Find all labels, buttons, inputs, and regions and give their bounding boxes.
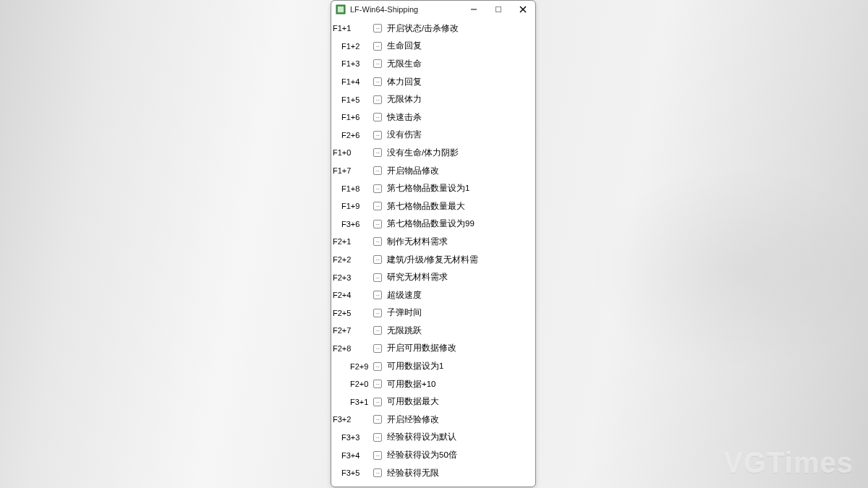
cheat-row: F3+1可用数据最大 (331, 393, 535, 411)
hotkey-label: F3+1 (331, 398, 373, 406)
cheat-row: F2+7无限跳跃 (331, 322, 535, 340)
hotkey-label: F3+6 (331, 220, 373, 228)
cheat-row: F3+5经验获得无限 (331, 464, 535, 482)
cheat-label: 可用数据最大 (384, 396, 439, 407)
cheat-label: 没有伤害 (384, 129, 422, 140)
toggle-checkbox[interactable] (373, 131, 382, 140)
toggle-checkbox[interactable] (373, 148, 382, 157)
hotkey-label: F2+0 (331, 380, 373, 388)
toggle-checkbox[interactable] (373, 433, 382, 442)
cheat-label: 体力回复 (384, 77, 422, 87)
toggle-checkbox[interactable] (373, 220, 382, 228)
cheat-row: F2+3研究无材料需求 (331, 268, 535, 286)
titlebar[interactable]: LF-Win64-Shipping (331, 1, 535, 18)
close-button[interactable] (511, 1, 535, 18)
svg-rect-3 (496, 7, 501, 12)
toggle-checkbox[interactable] (373, 113, 382, 121)
minimize-button[interactable] (461, 1, 486, 18)
toggle-checkbox[interactable] (373, 255, 382, 264)
cheat-row: F3+4经验获得设为50倍 (331, 446, 535, 464)
cheat-label: 可用数据+10 (384, 379, 436, 390)
trainer-window: LF-Win64-Shipping F1+1开启状态/击杀修改F1+2生命回复F… (331, 0, 536, 487)
cheat-label: 无限跳跃 (384, 325, 422, 336)
toggle-checkbox[interactable] (373, 184, 382, 193)
cheat-list: F1+1开启状态/击杀修改F1+2生命回复F1+3无限生命F1+4体力回复F1+… (331, 18, 535, 487)
cheat-label: 无限体力 (384, 94, 422, 105)
cheat-label: 生命回复 (384, 40, 422, 51)
cheat-row: F1+0没有生命/体力阴影 (331, 144, 535, 162)
hotkey-label: F1+8 (331, 184, 373, 193)
toggle-checkbox[interactable] (373, 291, 382, 299)
window-title: LF-Win64-Shipping (350, 5, 461, 14)
hotkey-label: F2+2 (331, 255, 373, 264)
cheat-label: 第七格物品数量设为99 (384, 218, 475, 229)
hotkey-label: F1+6 (331, 113, 373, 121)
toggle-checkbox[interactable] (373, 59, 382, 68)
app-icon (336, 4, 346, 14)
hotkey-label: F2+3 (331, 273, 373, 282)
cheat-label: 制作无材料需求 (384, 236, 448, 247)
cheat-row: F2+8开启可用数据修改 (331, 340, 535, 358)
cheat-row: F2+9可用数据设为1 (331, 357, 535, 375)
toggle-checkbox[interactable] (373, 24, 382, 33)
cheat-row: F1+5无限体力 (331, 90, 535, 108)
cheat-row: F1+3无限生命 (331, 55, 535, 73)
cheat-label: 子弹时间 (384, 307, 422, 318)
hotkey-label: F2+8 (331, 344, 373, 353)
hotkey-label: F2+1 (331, 237, 373, 246)
cheat-row: F1+2生命回复 (331, 38, 535, 56)
cheat-row: F2+2建筑/升级/修复无材料需 (331, 251, 535, 269)
maximize-button[interactable] (486, 1, 511, 18)
cheat-label: 经验获得设为默认 (384, 432, 456, 442)
cheat-row: F2+1制作无材料需求 (331, 233, 535, 251)
hotkey-label: F1+4 (331, 77, 373, 86)
hotkey-label: F1+1 (331, 24, 373, 33)
toggle-checkbox[interactable] (373, 273, 382, 282)
cheat-label: 经验获得无限 (384, 468, 439, 479)
hotkey-label: F1+0 (331, 148, 373, 157)
hotkey-label: F1+5 (331, 95, 373, 104)
toggle-checkbox[interactable] (373, 77, 382, 86)
cheat-label: 开启状态/击杀修改 (384, 23, 459, 34)
toggle-checkbox[interactable] (373, 362, 382, 371)
toggle-checkbox[interactable] (373, 344, 382, 353)
cheat-row: F1+4体力回复 (331, 73, 535, 91)
watermark: VGTimes (723, 447, 854, 479)
hotkey-label: F2+7 (331, 326, 373, 335)
cheat-label: 快速击杀 (384, 112, 422, 123)
toggle-checkbox[interactable] (373, 95, 382, 104)
hotkey-label: F2+4 (331, 291, 373, 299)
toggle-checkbox[interactable] (373, 166, 382, 175)
toggle-checkbox[interactable] (373, 468, 382, 477)
cheat-label: 开启物品修改 (384, 166, 439, 176)
cheat-row: F2+5子弹时间 (331, 304, 535, 322)
hotkey-label: F3+4 (331, 451, 373, 460)
toggle-checkbox[interactable] (373, 415, 382, 424)
cheat-label: 没有生命/体力阴影 (384, 147, 459, 158)
hotkey-label: F3+5 (331, 468, 373, 477)
cheat-label: 开启可用数据修改 (384, 343, 456, 354)
toggle-checkbox[interactable] (373, 451, 382, 460)
toggle-checkbox[interactable] (373, 380, 382, 388)
hotkey-label: F3+2 (331, 415, 373, 424)
cheat-row: F1+8第七格物品数量设为1 (331, 179, 535, 197)
hotkey-label: F1+3 (331, 59, 373, 68)
cheat-row: F3+2开启经验修改 (331, 411, 535, 429)
toggle-checkbox[interactable] (373, 237, 382, 246)
cheat-label: 研究无材料需求 (384, 272, 448, 283)
cheat-label: 可用数据设为1 (384, 361, 443, 372)
cheat-label: 开启经验修改 (384, 414, 439, 425)
toggle-checkbox[interactable] (373, 202, 382, 210)
cheat-label: 超级速度 (384, 290, 422, 301)
toggle-checkbox[interactable] (373, 42, 382, 51)
toggle-checkbox[interactable] (373, 398, 382, 406)
cheat-row: F2+0可用数据+10 (331, 375, 535, 393)
toggle-checkbox[interactable] (373, 309, 382, 317)
hotkey-label: F2+6 (331, 131, 373, 140)
cheat-row: F1+9第七格物品数量最大 (331, 197, 535, 215)
toggle-checkbox[interactable] (373, 326, 382, 335)
cheat-row: F2+6没有伤害 (331, 127, 535, 145)
cheat-row: F2+4超级速度 (331, 286, 535, 304)
hotkey-label: F2+9 (331, 362, 373, 371)
cheat-label: 建筑/升级/修复无材料需 (384, 254, 478, 265)
